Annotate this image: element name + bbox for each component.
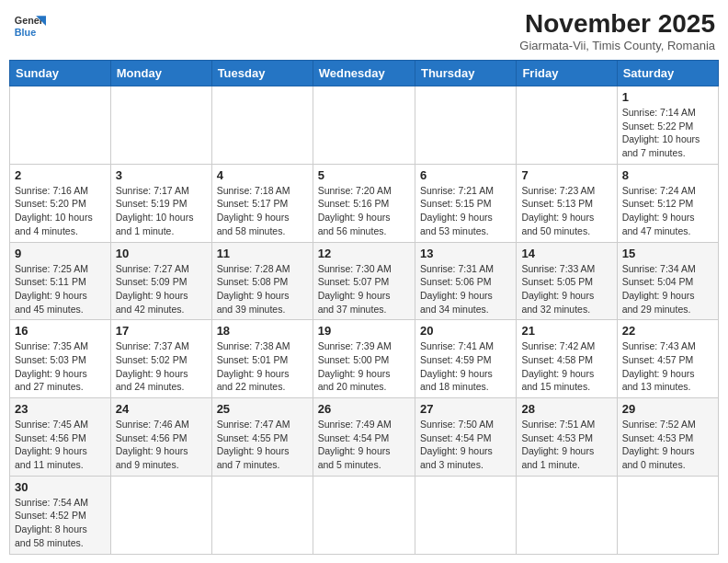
calendar-cell: 12Sunrise: 7:30 AM Sunset: 5:07 PM Dayli… [313, 242, 415, 320]
day-number: 15 [622, 247, 713, 260]
calendar-cell [517, 476, 617, 554]
weekday-header-saturday: Saturday [617, 61, 718, 86]
day-info: Sunrise: 7:46 AM Sunset: 4:56 PM Dayligh… [116, 418, 207, 472]
day-number: 25 [217, 402, 308, 416]
calendar-week-row: 16Sunrise: 7:35 AM Sunset: 5:03 PM Dayli… [10, 320, 719, 398]
day-info: Sunrise: 7:49 AM Sunset: 4:54 PM Dayligh… [318, 418, 410, 472]
calendar-cell: 6Sunrise: 7:21 AM Sunset: 5:15 PM Daylig… [415, 164, 516, 242]
day-info: Sunrise: 7:38 AM Sunset: 5:01 PM Dayligh… [217, 339, 308, 394]
day-number: 6 [420, 168, 511, 182]
day-info: Sunrise: 7:54 AM Sunset: 4:52 PM Dayligh… [15, 496, 106, 550]
weekday-header-friday: Friday [517, 61, 617, 86]
calendar-cell: 7Sunrise: 7:23 AM Sunset: 5:13 PM Daylig… [517, 164, 617, 242]
calendar-cell [211, 86, 313, 165]
day-number: 9 [15, 247, 106, 260]
day-info: Sunrise: 7:52 AM Sunset: 4:53 PM Dayligh… [622, 418, 713, 472]
day-info: Sunrise: 7:47 AM Sunset: 4:55 PM Dayligh… [217, 418, 308, 472]
day-info: Sunrise: 7:16 AM Sunset: 5:20 PM Dayligh… [15, 184, 106, 238]
day-info: Sunrise: 7:28 AM Sunset: 5:08 PM Dayligh… [217, 262, 308, 316]
calendar-cell: 17Sunrise: 7:37 AM Sunset: 5:02 PM Dayli… [110, 320, 211, 398]
day-number: 11 [217, 247, 308, 260]
calendar-cell: 4Sunrise: 7:18 AM Sunset: 5:17 PM Daylig… [211, 164, 313, 242]
calendar-cell [415, 476, 516, 554]
day-info: Sunrise: 7:27 AM Sunset: 5:09 PM Dayligh… [116, 262, 207, 316]
calendar-cell: 22Sunrise: 7:43 AM Sunset: 4:57 PM Dayli… [617, 320, 718, 398]
weekday-header-sunday: Sunday [10, 61, 111, 86]
day-number: 13 [420, 247, 511, 260]
calendar-cell: 19Sunrise: 7:39 AM Sunset: 5:00 PM Dayli… [313, 320, 415, 398]
day-number: 28 [521, 402, 611, 416]
calendar-cell: 30Sunrise: 7:54 AM Sunset: 4:52 PM Dayli… [10, 476, 111, 554]
day-info: Sunrise: 7:20 AM Sunset: 5:16 PM Dayligh… [318, 184, 410, 238]
calendar-cell: 15Sunrise: 7:34 AM Sunset: 5:04 PM Dayli… [617, 242, 718, 320]
title-block: November 2025 Giarmata-Vii, Timis County… [519, 9, 715, 52]
day-number: 2 [15, 168, 106, 182]
day-number: 5 [318, 168, 410, 182]
day-number: 24 [116, 402, 207, 416]
calendar-week-row: 9Sunrise: 7:25 AM Sunset: 5:11 PM Daylig… [10, 242, 719, 320]
day-number: 20 [420, 324, 511, 338]
calendar-cell: 2Sunrise: 7:16 AM Sunset: 5:20 PM Daylig… [10, 164, 111, 242]
calendar-week-row: 23Sunrise: 7:45 AM Sunset: 4:56 PM Dayli… [10, 398, 719, 477]
calendar-cell: 21Sunrise: 7:42 AM Sunset: 4:58 PM Dayli… [517, 320, 617, 398]
calendar-cell: 5Sunrise: 7:20 AM Sunset: 5:16 PM Daylig… [313, 164, 415, 242]
calendar-cell: 24Sunrise: 7:46 AM Sunset: 4:56 PM Dayli… [110, 398, 211, 477]
calendar-cell: 1Sunrise: 7:14 AM Sunset: 5:22 PM Daylig… [617, 86, 718, 165]
calendar-cell: 16Sunrise: 7:35 AM Sunset: 5:03 PM Dayli… [10, 320, 111, 398]
calendar-cell [415, 86, 516, 165]
calendar-cell: 26Sunrise: 7:49 AM Sunset: 4:54 PM Dayli… [313, 398, 415, 477]
svg-text:Blue: Blue [15, 27, 36, 38]
calendar-cell [517, 86, 617, 165]
day-number: 10 [116, 247, 207, 260]
calendar-cell: 25Sunrise: 7:47 AM Sunset: 4:55 PM Dayli… [211, 398, 313, 477]
calendar-cell: 14Sunrise: 7:33 AM Sunset: 5:05 PM Dayli… [517, 242, 617, 320]
day-info: Sunrise: 7:30 AM Sunset: 5:07 PM Dayligh… [318, 262, 410, 316]
calendar-cell: 13Sunrise: 7:31 AM Sunset: 5:06 PM Dayli… [415, 242, 516, 320]
day-info: Sunrise: 7:50 AM Sunset: 4:54 PM Dayligh… [420, 418, 511, 472]
day-info: Sunrise: 7:45 AM Sunset: 4:56 PM Dayligh… [15, 418, 106, 472]
day-number: 4 [217, 168, 308, 182]
calendar-cell: 23Sunrise: 7:45 AM Sunset: 4:56 PM Dayli… [10, 398, 111, 477]
calendar-week-row: 2Sunrise: 7:16 AM Sunset: 5:20 PM Daylig… [10, 164, 719, 242]
day-info: Sunrise: 7:23 AM Sunset: 5:13 PM Dayligh… [521, 184, 611, 238]
calendar-cell [110, 86, 211, 165]
calendar-cell: 27Sunrise: 7:50 AM Sunset: 4:54 PM Dayli… [415, 398, 516, 477]
day-number: 12 [318, 247, 410, 260]
calendar-cell: 18Sunrise: 7:38 AM Sunset: 5:01 PM Dayli… [211, 320, 313, 398]
weekday-header-thursday: Thursday [415, 61, 516, 86]
day-info: Sunrise: 7:33 AM Sunset: 5:05 PM Dayligh… [521, 262, 611, 316]
weekday-header-monday: Monday [110, 61, 211, 86]
calendar-cell [313, 476, 415, 554]
calendar-cell: 10Sunrise: 7:27 AM Sunset: 5:09 PM Dayli… [110, 242, 211, 320]
location-subtitle: Giarmata-Vii, Timis County, Romania [519, 39, 715, 52]
day-number: 21 [521, 324, 611, 338]
day-info: Sunrise: 7:18 AM Sunset: 5:17 PM Dayligh… [217, 184, 308, 238]
day-number: 17 [116, 324, 207, 338]
day-number: 30 [15, 480, 106, 494]
calendar-cell [110, 476, 211, 554]
calendar-table: SundayMondayTuesdayWednesdayThursdayFrid… [9, 60, 719, 555]
day-number: 27 [420, 402, 511, 416]
calendar-cell [617, 476, 718, 554]
day-info: Sunrise: 7:21 AM Sunset: 5:15 PM Dayligh… [420, 184, 511, 238]
day-info: Sunrise: 7:43 AM Sunset: 4:57 PM Dayligh… [622, 339, 713, 394]
day-info: Sunrise: 7:41 AM Sunset: 4:59 PM Dayligh… [420, 339, 511, 394]
day-info: Sunrise: 7:51 AM Sunset: 4:53 PM Dayligh… [521, 418, 611, 472]
calendar-cell: 28Sunrise: 7:51 AM Sunset: 4:53 PM Dayli… [517, 398, 617, 477]
calendar-cell: 8Sunrise: 7:24 AM Sunset: 5:12 PM Daylig… [617, 164, 718, 242]
page-header: General Blue November 2025 Giarmata-Vii,… [9, 9, 719, 52]
day-info: Sunrise: 7:31 AM Sunset: 5:06 PM Dayligh… [420, 262, 511, 316]
calendar-cell: 3Sunrise: 7:17 AM Sunset: 5:19 PM Daylig… [110, 164, 211, 242]
day-info: Sunrise: 7:17 AM Sunset: 5:19 PM Dayligh… [116, 184, 207, 238]
day-info: Sunrise: 7:14 AM Sunset: 5:22 PM Dayligh… [622, 106, 713, 160]
calendar-cell [10, 86, 111, 165]
logo: General Blue [13, 9, 46, 42]
day-number: 18 [217, 324, 308, 338]
weekday-header-tuesday: Tuesday [211, 61, 313, 86]
day-number: 14 [521, 247, 611, 260]
day-number: 1 [622, 90, 713, 104]
weekday-header-wednesday: Wednesday [313, 61, 415, 86]
day-number: 26 [318, 402, 410, 416]
calendar-cell [211, 476, 313, 554]
day-number: 3 [116, 168, 207, 182]
